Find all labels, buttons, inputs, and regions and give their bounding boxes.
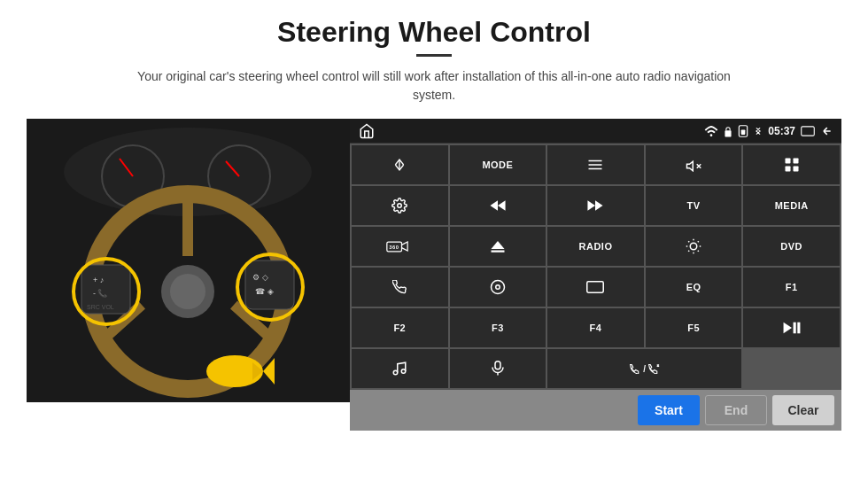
apps-button[interactable] (743, 145, 840, 184)
svg-line-51 (688, 241, 689, 242)
mic-button[interactable] (450, 349, 546, 388)
svg-marker-42 (588, 200, 596, 210)
svg-rect-38 (793, 167, 798, 172)
svg-point-11 (170, 274, 205, 309)
eject-button[interactable] (450, 227, 546, 266)
svg-point-39 (398, 204, 402, 208)
svg-point-64 (402, 369, 407, 374)
page-subtitle: Your original car's steering wheel contr… (124, 67, 744, 105)
svg-rect-28 (802, 126, 815, 135)
svg-text:☎  ◈: ☎ ◈ (255, 287, 274, 296)
cam360-button[interactable]: 360 (352, 227, 448, 266)
svg-marker-60 (783, 323, 791, 334)
status-right: 05:37 (704, 125, 833, 137)
svg-rect-62 (797, 323, 800, 334)
svg-line-56 (698, 241, 699, 242)
svg-point-63 (394, 370, 399, 375)
status-time: 05:37 (768, 125, 795, 137)
svg-marker-43 (595, 200, 603, 210)
clear-button[interactable]: Clear (772, 395, 834, 425)
svg-text:+  ♪: + ♪ (93, 276, 104, 284)
svg-rect-47 (491, 251, 504, 253)
svg-rect-36 (793, 159, 798, 164)
home-icon (359, 123, 375, 139)
start-button[interactable]: Start (638, 395, 700, 425)
dvd-button[interactable]: DVD (743, 227, 840, 266)
svg-text:⚙  ◇: ⚙ ◇ (252, 273, 268, 282)
tv-button[interactable]: TV (646, 186, 742, 225)
svg-text:360: 360 (390, 245, 399, 250)
svg-marker-40 (490, 200, 498, 210)
svg-line-52 (698, 251, 699, 252)
button-grid: MODE (350, 144, 841, 390)
svg-point-58 (496, 285, 500, 290)
svg-rect-35 (785, 159, 790, 164)
media-button[interactable]: MEDIA (743, 186, 840, 225)
f1-button[interactable]: F1 (743, 268, 840, 307)
page-wrapper: Steering Wheel Control Your original car… (0, 0, 868, 482)
page-title: Steering Wheel Control (277, 16, 591, 49)
eq-button[interactable]: EQ (646, 268, 742, 307)
nav3-button[interactable] (450, 268, 546, 307)
svg-line-55 (688, 251, 689, 252)
svg-text:SRC VOL: SRC VOL (87, 304, 114, 310)
svg-point-48 (690, 243, 697, 250)
window-button[interactable] (547, 268, 644, 307)
f5-button[interactable]: F5 (646, 308, 742, 347)
svg-rect-16 (245, 260, 294, 309)
screen-icon (801, 126, 815, 136)
status-left (359, 123, 375, 139)
steering-wheel-image: + ♪ - 📞 SRC VOL ⚙ ◇ ☎ ◈ (27, 119, 350, 402)
svg-rect-37 (785, 167, 790, 172)
lock-icon (724, 125, 732, 137)
svg-marker-41 (498, 200, 506, 210)
settings-button[interactable] (352, 186, 448, 225)
rewind-button[interactable] (450, 186, 546, 225)
svg-rect-59 (587, 282, 603, 292)
list-button[interactable] (547, 145, 644, 184)
nav-button[interactable] (352, 145, 448, 184)
svg-point-57 (491, 281, 504, 294)
mode-button[interactable]: MODE (450, 145, 546, 184)
svg-point-24 (710, 134, 713, 136)
forward-button[interactable] (547, 186, 644, 225)
sim-icon (738, 125, 748, 137)
f3-button[interactable]: F3 (450, 308, 546, 347)
back-icon (820, 125, 833, 137)
f2-button[interactable]: F2 (352, 308, 448, 347)
svg-rect-61 (793, 323, 795, 334)
brightness-button[interactable] (646, 227, 742, 266)
content-row: + ♪ - 📞 SRC VOL ⚙ ◇ ☎ ◈ (27, 119, 841, 431)
vol-phone-button[interactable]: / (547, 349, 741, 388)
svg-rect-27 (741, 129, 746, 134)
action-bar: Start End Clear (350, 390, 841, 431)
f4-button[interactable]: F4 (547, 308, 644, 347)
svg-rect-25 (725, 130, 732, 136)
svg-text:-  📞: - 📞 (93, 288, 108, 299)
radio-button[interactable]: RADIO (547, 227, 644, 266)
bluetooth-icon (754, 125, 763, 137)
control-panel: 05:37 MODE (350, 119, 841, 431)
music-button[interactable] (352, 349, 448, 388)
end-button[interactable]: End (705, 395, 767, 425)
status-bar: 05:37 (350, 119, 841, 144)
phone-button[interactable] (352, 268, 448, 307)
title-divider (416, 54, 452, 57)
svg-rect-65 (495, 362, 500, 369)
mute-button[interactable] (646, 145, 742, 184)
playpause-button[interactable] (743, 308, 840, 347)
svg-marker-46 (491, 241, 504, 249)
wifi-icon (704, 126, 718, 136)
